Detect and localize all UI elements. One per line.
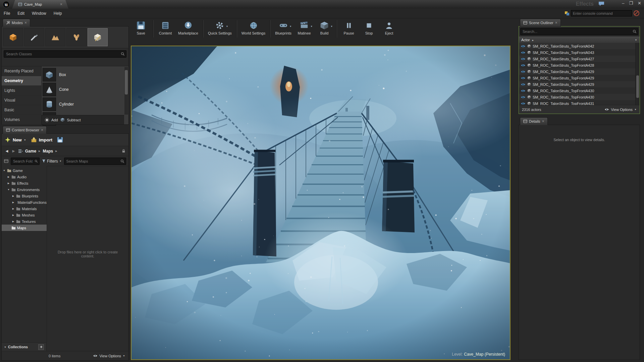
expander-icon[interactable]: ▼ <box>7 188 10 191</box>
list-item[interactable]: Cone <box>43 82 123 97</box>
outliner-search-input[interactable] <box>521 29 633 34</box>
category-geometry[interactable]: Geometry <box>2 76 41 86</box>
list-item[interactable]: Box <box>43 67 123 82</box>
folder-row-blueprints[interactable]: ▶ Blueprints <box>2 193 47 199</box>
visibility-eye-icon[interactable] <box>521 45 526 48</box>
blueprints-button[interactable]: ▼ Blueprints <box>272 19 294 36</box>
subtract-cube-icon[interactable] <box>60 118 65 122</box>
mode-geometry-button[interactable] <box>88 28 108 46</box>
back-arrow-icon[interactable]: ◄ <box>5 148 9 154</box>
scene-outliner-tab[interactable]: Scene Outliner × <box>520 19 561 26</box>
folder-row-materials[interactable]: ▶ Materials <box>2 205 47 212</box>
view-options-button[interactable]: View Options ▼ <box>93 354 125 358</box>
level-viewport[interactable]: Level:Cave_Map (Persistent) <box>131 46 511 360</box>
level-tab[interactable]: Cave_Map × <box>12 0 68 9</box>
visibility-eye-icon[interactable] <box>521 51 526 54</box>
visibility-eye-icon[interactable] <box>521 76 526 80</box>
items-scrollbar[interactable] <box>124 67 128 115</box>
level-tab-close-icon[interactable]: × <box>60 2 62 7</box>
outliner-actor-row[interactable]: SM_ROC_TalonStruts_TopFrontA429 <box>519 68 640 75</box>
new-button[interactable]: New ▼ <box>5 137 26 143</box>
folder-row-materialfunctions[interactable]: ▶ MaterialFunctions <box>2 199 47 205</box>
outliner-actor-row[interactable]: SM_ROC_TalonStruts_TopFrontA430 <box>519 94 640 100</box>
folder-row-environments[interactable]: ▼ Environments <box>2 186 47 193</box>
menu-help[interactable]: Help <box>50 11 66 16</box>
visibility-eye-icon[interactable] <box>521 102 526 105</box>
save-all-icon[interactable] <box>57 137 63 143</box>
visibility-eye-icon[interactable] <box>521 57 526 61</box>
visibility-eye-icon[interactable] <box>521 70 526 73</box>
eject-button[interactable]: Eject <box>379 19 399 36</box>
breadcrumb-game[interactable]: Game <box>25 149 36 154</box>
outliner-actor-row[interactable]: SM_ROC_TalonStruts_TopFrontA431 <box>519 100 640 105</box>
expander-icon[interactable]: ▶ <box>7 182 10 185</box>
mode-paint-button[interactable] <box>24 28 44 46</box>
details-tab-close-icon[interactable]: × <box>542 119 544 124</box>
forward-arrow-icon[interactable]: ► <box>11 148 16 154</box>
visibility-eye-icon[interactable] <box>521 96 526 99</box>
visibility-eye-icon[interactable] <box>521 64 526 67</box>
stop-button[interactable]: Stop <box>359 19 379 36</box>
modes-tab-close-icon[interactable]: × <box>24 20 27 25</box>
filters-button[interactable]: Filters ▼ <box>42 159 62 164</box>
marketplace-button[interactable]: Marketplace <box>175 19 201 36</box>
pause-button[interactable]: Pause <box>339 19 359 36</box>
folder-row-audio[interactable]: ▶ Audio <box>2 174 47 180</box>
menu-edit[interactable]: Edit <box>14 11 28 16</box>
outliner-actor-row[interactable]: SM_ROC_TalonStruts_TopFrontA429 <box>519 81 640 87</box>
breadcrumb-maps[interactable]: Maps <box>43 149 53 154</box>
content-button[interactable]: Content <box>155 19 175 36</box>
folder-row-meshes[interactable]: ▶ Meshes <box>2 212 47 218</box>
world-settings-button[interactable]: World Settings <box>239 19 268 36</box>
modes-panel-tab[interactable]: Modes × <box>3 19 30 26</box>
folder-row-maps[interactable]: Maps <box>2 225 47 231</box>
outliner-actor-row[interactable]: SM_ROC_TalonStruts_TopFrontA427 <box>519 56 640 62</box>
outliner-actor-row[interactable]: SM_ROC_TalonStruts_TopFrontA428 <box>519 62 640 68</box>
outliner-actor-row[interactable]: SM_ROC_TalonStruts_TopFrontA429 <box>519 75 640 81</box>
expander-icon[interactable]: ▶ <box>12 201 15 204</box>
category-lights[interactable]: Lights <box>2 86 41 96</box>
outliner-scrollbar[interactable] <box>635 43 640 105</box>
add-collection-button[interactable] <box>38 344 44 350</box>
minimize-button[interactable]: – <box>622 1 624 6</box>
mode-foliage-button[interactable] <box>66 28 87 46</box>
folder-row-textures[interactable]: ▶ Textures <box>2 218 47 225</box>
mode-place-button[interactable] <box>3 28 23 46</box>
outliner-actor-row[interactable]: SM_ROC_TalonStruts_TopFrontA042 <box>519 43 640 49</box>
feedback-chat-icon[interactable] <box>598 1 604 7</box>
visibility-eye-icon[interactable] <box>521 89 526 93</box>
expander-icon[interactable]: ▶ <box>12 207 15 210</box>
brush-add-radio[interactable] <box>45 118 49 122</box>
modes-search-input[interactable] <box>4 52 121 56</box>
asset-drop-area[interactable]: Drop files here or right click to create… <box>47 166 128 342</box>
outliner-actor-row[interactable]: SM_ROC_TalonStruts_TopFrontA430 <box>519 87 640 94</box>
folder-row-game[interactable]: ▼ Game <box>2 167 47 174</box>
expander-icon[interactable]: ▼ <box>4 346 6 348</box>
menu-window[interactable]: Window <box>28 11 50 16</box>
matinee-button[interactable]: ▼ Matinee <box>294 19 314 36</box>
outliner-actor-row[interactable]: SM_ROC_TalonStruts_TopFrontA043 <box>519 49 640 56</box>
path-history-icon[interactable] <box>18 149 23 153</box>
console-command-input[interactable] <box>571 10 632 16</box>
close-button[interactable]: ✕ <box>638 1 641 6</box>
category-basic[interactable]: Basic <box>2 105 41 115</box>
category-visual[interactable]: Visual <box>2 96 41 105</box>
folder-row-effects[interactable]: ▶ Effects <box>2 180 47 186</box>
column-filter-icon[interactable]: ▼ <box>635 39 637 42</box>
expander-icon[interactable]: ▶ <box>7 176 10 178</box>
lock-icon[interactable] <box>122 149 125 153</box>
category-recently-placed[interactable]: Recently Placed <box>2 66 41 76</box>
build-button[interactable]: ▼ Build <box>314 19 334 36</box>
category-volumes[interactable]: Volumes <box>2 115 41 125</box>
content-browser-tab[interactable]: Content Browser × <box>3 126 47 134</box>
quick-settings-button[interactable]: ▼ Quick Settings <box>205 19 234 36</box>
search-assets-input[interactable] <box>64 159 120 163</box>
sources-panel-icon[interactable] <box>4 159 8 163</box>
maximize-button[interactable]: ❐ <box>629 1 633 6</box>
expander-icon[interactable]: ▶ <box>12 195 15 197</box>
expander-icon[interactable]: ▶ <box>12 220 15 223</box>
save-button[interactable]: Save <box>131 19 151 36</box>
collections-bar[interactable]: ▼ Collections <box>2 342 47 351</box>
expander-icon[interactable]: ▶ <box>12 214 15 217</box>
outliner-column-header[interactable]: Actor ▲ ▼ <box>519 37 640 44</box>
